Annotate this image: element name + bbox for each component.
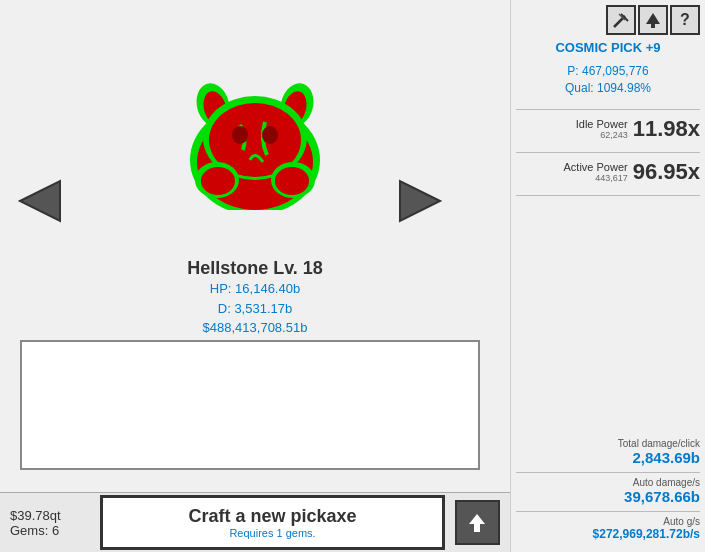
active-power-value: 96.95x	[633, 159, 700, 185]
divider-1	[516, 109, 700, 110]
divider-5	[516, 511, 700, 512]
pickaxe-icon	[611, 10, 631, 30]
auto-g-value: $272,969,281.72b/s	[516, 527, 700, 541]
monster-name: Hellstone Lv. 18	[105, 258, 405, 279]
svg-rect-21	[651, 24, 655, 28]
svg-point-12	[232, 126, 248, 144]
bottom-bar: $39.78qt Gems: 6 Craft a new pickaxe Req…	[0, 492, 510, 552]
upgrade-icon-button[interactable]	[638, 5, 668, 35]
monster-info: Hellstone Lv. 18 HP: 16,146.40b D: 3,531…	[105, 258, 405, 338]
pickaxe-icon-button[interactable]	[606, 5, 636, 35]
upload-icon	[465, 510, 490, 535]
svg-marker-20	[646, 13, 660, 24]
idle-power-row: Idle Power 62,243 11.98x	[516, 114, 700, 144]
divider-3	[516, 195, 700, 196]
active-power-row: Active Power 443,617 96.95x	[516, 157, 700, 187]
auto-damage-label: Auto damage/s	[516, 477, 700, 488]
top-icons: ?	[516, 5, 700, 35]
currency-display: $39.78qt	[10, 508, 90, 523]
svg-point-13	[262, 126, 278, 144]
auto-g-section: Auto g/s $272,969,281.72b/s	[516, 516, 700, 541]
upgrade-icon	[643, 10, 663, 30]
divider-4	[516, 472, 700, 473]
auto-damage-section: Auto damage/s 39,678.66b	[516, 477, 700, 505]
idle-power-label: Idle Power	[516, 118, 628, 130]
monster-sprite	[175, 30, 335, 210]
right-panel: ? COSMIC PICK +9 P: 467,095,776 Qual: 10…	[510, 0, 705, 552]
craft-button-sub: Requires 1 gems.	[229, 527, 315, 539]
help-icon: ?	[680, 11, 690, 29]
weapon-quality: Qual: 1094.98%	[516, 80, 700, 97]
combat-log	[20, 340, 480, 470]
auto-g-label: Auto g/s	[516, 516, 700, 527]
craft-button-label: Craft a new pickaxe	[188, 506, 356, 527]
auto-damage-value: 39,678.66b	[516, 488, 700, 505]
next-monster-button[interactable]	[390, 176, 450, 226]
gems-display: Gems: 6	[10, 523, 90, 538]
weapon-power-block: P: 467,095,776 Qual: 1094.98%	[516, 63, 700, 97]
monster-hp: HP: 16,146.40b	[105, 279, 405, 299]
prev-monster-button[interactable]	[10, 176, 70, 226]
svg-marker-16	[469, 514, 485, 532]
svg-marker-15	[400, 181, 440, 221]
craft-pickaxe-button[interactable]: Craft a new pickaxe Requires 1 gems.	[100, 495, 445, 550]
currency-info: $39.78qt Gems: 6	[10, 508, 90, 538]
monster-damage: D: 3,531.17b	[105, 299, 405, 319]
help-icon-button[interactable]: ?	[670, 5, 700, 35]
upload-save-button[interactable]	[455, 500, 500, 545]
total-damage-section: Total damage/click 2,843.69b	[516, 438, 700, 466]
stats-bottom: Total damage/click 2,843.69b Auto damage…	[516, 438, 700, 547]
active-power-sub: 443,617	[516, 173, 628, 183]
idle-power-sub: 62,243	[516, 130, 628, 140]
svg-point-9	[201, 167, 235, 195]
total-damage-label: Total damage/click	[516, 438, 700, 449]
total-damage-value: 2,843.69b	[516, 449, 700, 466]
monster-stats: HP: 16,146.40b D: 3,531.17b $488,413,708…	[105, 279, 405, 338]
weapon-name: COSMIC PICK +9	[516, 40, 700, 55]
svg-point-11	[275, 167, 309, 195]
active-power-label: Active Power	[516, 161, 628, 173]
weapon-power: P: 467,095,776	[516, 63, 700, 80]
idle-power-value: 11.98x	[633, 116, 700, 142]
monster-area	[165, 20, 345, 220]
divider-2	[516, 152, 700, 153]
monster-money: $488,413,708.51b	[105, 318, 405, 338]
main-container: Hellstone Lv. 18 HP: 16,146.40b D: 3,531…	[0, 0, 705, 552]
svg-marker-14	[20, 181, 60, 221]
left-panel: Hellstone Lv. 18 HP: 16,146.40b D: 3,531…	[0, 0, 510, 552]
